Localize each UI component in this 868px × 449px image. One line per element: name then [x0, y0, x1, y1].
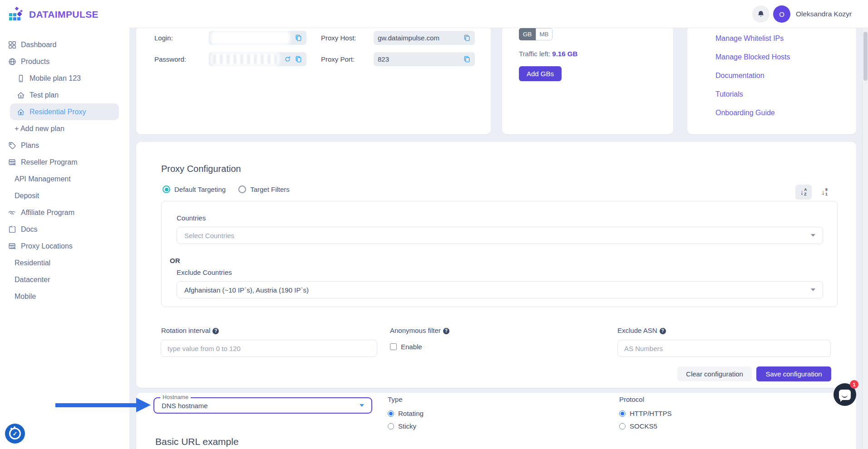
sidebar-item-mobile-plan[interactable]: Mobile plan 123	[0, 70, 129, 87]
default-targeting-option[interactable]: Default Targeting	[163, 185, 226, 193]
user-avatar[interactable]: O	[773, 5, 790, 23]
copy-icon[interactable]	[295, 55, 302, 63]
link-onboarding-guide[interactable]: Onboarding Guide	[715, 108, 856, 117]
rotation-interval-text: Rotation interval	[161, 327, 210, 334]
hostname-select[interactable]: Hostname DNS hostname	[153, 397, 372, 414]
login-field[interactable]	[209, 31, 306, 45]
link-tutorials[interactable]: Tutorials	[715, 90, 856, 99]
unit-mb-button[interactable]: MB	[536, 28, 552, 40]
sidebar-item-affiliate-program[interactable]: Affiliate Program	[0, 204, 129, 221]
exclude-countries-label: Exclude Countries	[177, 268, 232, 276]
scrollbar-track[interactable]	[862, 28, 868, 449]
sort-alphabetical-button[interactable]: ↓ AZ	[795, 185, 812, 200]
app-window: O Oleksandra Kozyr DATAIMPULSE Dashboard	[0, 0, 868, 449]
exclude-asn-input[interactable]	[617, 340, 831, 357]
sidebar-item-plans[interactable]: Plans	[0, 137, 129, 154]
link-manage-whitelist-ips[interactable]: Manage Whitelist IPs	[715, 34, 856, 43]
countries-select[interactable]: Select Countries	[177, 227, 823, 244]
link-documentation[interactable]: Documentation	[715, 71, 856, 80]
sidebar-item-docs[interactable]: Docs	[0, 221, 129, 238]
proxy-port-field[interactable]: 823	[374, 52, 475, 66]
accessibility-icon-dot	[10, 428, 12, 429]
chevron-down-icon	[811, 288, 815, 291]
unit-toggle: GB MB	[519, 28, 552, 40]
anonymous-filter-text: Anonymous filter	[390, 327, 441, 334]
rotation-interval-input[interactable]	[161, 340, 377, 357]
unit-gb-button[interactable]: GB	[519, 28, 536, 40]
help-icon[interactable]: ?	[212, 328, 219, 334]
protocol-http-https-option[interactable]: HTTP/HTTPS	[619, 410, 672, 417]
help-icon[interactable]: ?	[660, 328, 666, 334]
sidebar-item-reseller-program[interactable]: Reseller Program	[0, 154, 129, 171]
scrollbar-thumb[interactable]	[863, 32, 868, 81]
exclude-countries-value: Afghanistan (~10 IP`s), Austria (190 IP`…	[184, 286, 811, 294]
handshake-icon	[8, 209, 16, 217]
exclude-countries-select[interactable]: Afghanistan (~10 IP`s), Austria (190 IP`…	[177, 281, 823, 298]
sidebar-item-label: Proxy Locations	[21, 242, 73, 250]
targeting-options: Default Targeting Target Filters	[163, 185, 290, 193]
sidebar-item-label: Residential	[15, 259, 50, 267]
hostname-value: DNS hostname	[162, 402, 360, 410]
clear-configuration-button[interactable]: Clear configuration	[677, 366, 752, 381]
copy-icon[interactable]	[295, 34, 302, 42]
sidebar-item-datacenter[interactable]: Datacenter	[0, 271, 129, 288]
brand-logo[interactable]: DATAIMPULSE	[9, 6, 99, 23]
mobile-icon	[17, 74, 25, 83]
type-sticky-option[interactable]: Sticky	[388, 422, 424, 430]
radio-unselected-icon	[619, 423, 626, 429]
option-label: Rotating	[398, 410, 424, 417]
proxy-port-label: Proxy Port:	[321, 52, 355, 66]
target-filters-option[interactable]: Target Filters	[238, 185, 290, 193]
help-icon[interactable]: ?	[443, 328, 449, 334]
protocol-socks5-option[interactable]: SOCKS5	[619, 422, 672, 430]
type-rotating-option[interactable]: Rotating	[388, 410, 424, 417]
sidebar-item-deposit[interactable]: Deposit	[0, 187, 129, 204]
login-label: Login:	[154, 31, 173, 45]
refresh-icon[interactable]	[284, 55, 291, 63]
sidebar-item-test-plan[interactable]: Test plan	[0, 87, 129, 103]
countries-panel: Countries Select Countries OR Exclude Co…	[161, 201, 838, 307]
sidebar-item-products[interactable]: Products	[0, 53, 129, 70]
checkbox-icon	[390, 343, 397, 350]
exclude-asn-label: Exclude ASN?	[617, 327, 666, 334]
sidebar: DATAIMPULSE Dashboard Products Mobile pl…	[0, 0, 129, 449]
anonymous-enable-checkbox[interactable]: Enable	[390, 343, 422, 351]
sidebar-item-label: Affiliate Program	[21, 209, 74, 217]
copy-icon[interactable]	[463, 34, 471, 42]
sidebar-item-residential-proxy[interactable]: Residential Proxy	[10, 103, 119, 120]
sidebar-item-add-new-plan[interactable]: + Add new plan	[0, 120, 129, 137]
sidebar-item-label: Plans	[21, 142, 39, 150]
sort-letter: 1	[825, 192, 828, 197]
proxy-configuration-title: Proxy Configuration	[161, 164, 241, 174]
dashboard-icon	[8, 41, 16, 49]
save-configuration-button[interactable]: Save configuration	[756, 366, 831, 381]
link-manage-blocked-hosts[interactable]: Manage Blocked Hosts	[715, 53, 856, 62]
copy-icon[interactable]	[463, 55, 471, 63]
sidebar-item-api-management[interactable]: API Management	[0, 171, 129, 187]
annotation-arrow-head-icon	[136, 398, 151, 412]
accessibility-widget-button[interactable]: ✓	[5, 424, 25, 444]
sidebar-item-dashboard[interactable]: Dashboard	[0, 36, 129, 53]
exclude-asn-text: Exclude ASN	[617, 327, 657, 334]
notifications-button[interactable]	[752, 5, 769, 23]
sidebar-item-label: Mobile plan 123	[30, 74, 81, 83]
chat-bubble-icon	[839, 390, 851, 400]
sidebar-item-proxy-locations[interactable]: Proxy Locations	[0, 238, 129, 254]
rotation-interval-label: Rotation interval?	[161, 327, 219, 334]
basic-url-example-heading: Basic URL example	[155, 436, 239, 447]
password-field[interactable]	[209, 52, 306, 66]
proxy-host-label: Proxy Host:	[321, 31, 356, 45]
sidebar-item-residential[interactable]: Residential	[0, 254, 129, 271]
sort-numeric-button[interactable]: ↓ 91	[816, 185, 833, 200]
add-gbs-button[interactable]: Add GBs	[519, 66, 562, 81]
proxy-configuration-card: Proxy Configuration Default Targeting Ta…	[136, 142, 856, 388]
proxy-host-field[interactable]: gw.dataimpulse.com	[374, 31, 475, 45]
quick-links-card: Manage Whitelist IPs Manage Blocked Host…	[687, 26, 856, 134]
table-edit-icon	[8, 242, 16, 250]
redacted-login-value	[213, 33, 288, 43]
bell-icon	[757, 10, 765, 18]
sidebar-item-mobile[interactable]: Mobile	[0, 288, 129, 305]
credentials-card: Login: Password: Proxy Host: gw.dataimpu…	[136, 26, 491, 134]
sidebar-item-label: Reseller Program	[21, 158, 77, 166]
radio-unselected-icon	[238, 185, 246, 193]
